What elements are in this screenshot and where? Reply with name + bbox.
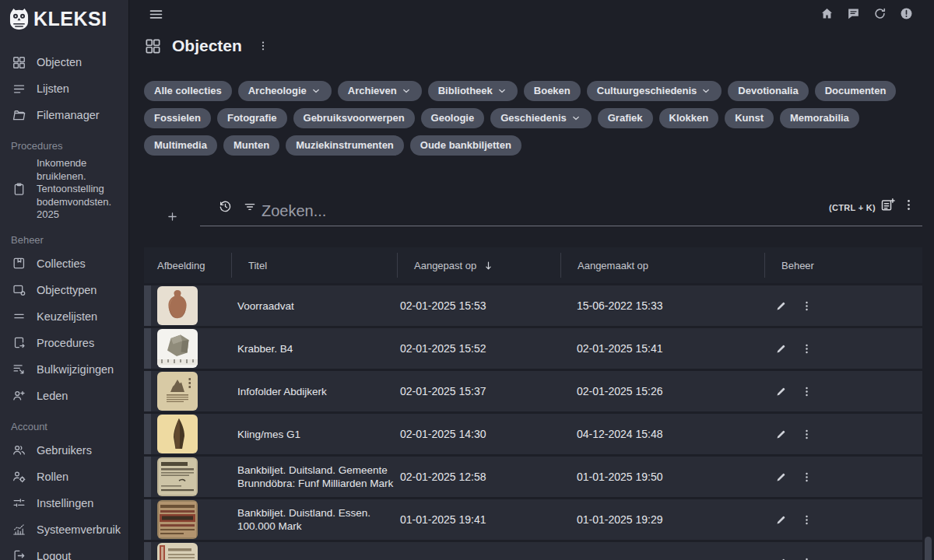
filter-chip-kunst[interactable]: Kunst	[725, 108, 774, 128]
filter-chip-geologie[interactable]: Geologie	[421, 108, 485, 128]
refresh-icon[interactable]	[873, 6, 887, 21]
sidebar-item-filemanager[interactable]: Filemanager	[0, 102, 128, 128]
edit-pencil-icon[interactable]	[774, 556, 788, 560]
edit-pencil-icon[interactable]	[774, 428, 788, 441]
edit-pencil-icon[interactable]	[774, 342, 788, 355]
sidebar-item-leden[interactable]: Leden	[0, 383, 128, 409]
edit-pencil-icon[interactable]	[774, 299, 788, 313]
search-input[interactable]	[260, 199, 696, 222]
sidebar-item-objecten[interactable]: Objecten	[0, 49, 128, 75]
filter-chip-oude-bankbiljetten[interactable]: Oude bankbiljetten	[410, 135, 521, 156]
filter-chip-multimedia[interactable]: Multimedia	[144, 135, 217, 156]
row-title: Infofolder Abdijkerk	[237, 385, 327, 398]
chip-label: Muziekinstrumenten	[296, 139, 394, 152]
cell-aangemaakt-op: 15-06-2022 15:33	[560, 285, 764, 326]
filter-chip-boeken[interactable]: Boeken	[524, 81, 581, 101]
filter-chip-bibliotheek[interactable]: Bibliotheek	[428, 81, 518, 101]
menu-icon[interactable]	[148, 6, 164, 23]
edit-pencil-icon[interactable]	[774, 471, 788, 484]
sidebar-item-collecties[interactable]: Collecties	[0, 250, 128, 277]
edit-pencil-icon[interactable]	[774, 513, 788, 527]
sidebar-item-procedures[interactable]: Procedures	[0, 330, 128, 356]
sidebar-item-keuzelijsten[interactable]: Keuzelijsten	[0, 303, 128, 330]
table-row[interactable]: Krabber. B402-01-2025 15:5202-01-2025 15…	[144, 328, 922, 369]
sidebar-item-inkomende-bruiklenen-tentoonstelling-bod[interactable]: Inkomende bruiklenen. Tentoonstelling bo…	[0, 156, 128, 222]
filter-chip-devotionalia[interactable]: Devotionalia	[728, 81, 808, 101]
search-underline	[200, 226, 922, 226]
note-add-icon[interactable]	[880, 197, 896, 213]
filter-chip-geschiedenis[interactable]: Geschiedenis	[490, 108, 592, 128]
sidebar-item-bulkwijzigingen[interactable]: Bulkwijzigingen	[0, 356, 128, 383]
cell-aangepast-op: 02-01-2025 15:37	[397, 371, 560, 411]
filter-chip-klokken[interactable]: Klokken	[659, 108, 719, 128]
add-icon[interactable]	[166, 210, 179, 223]
row-menu-icon[interactable]	[800, 513, 813, 527]
cell-aangepast-op	[397, 542, 560, 560]
page-menu-icon[interactable]	[257, 40, 269, 52]
filter-chip-archeologie[interactable]: Archeologie	[238, 81, 332, 101]
members-icon	[12, 388, 26, 403]
sliders-icon	[12, 495, 26, 510]
sidebar-item-rollen[interactable]: Rollen	[0, 464, 128, 490]
info-icon[interactable]	[899, 6, 914, 21]
sidebar-item-systeemverbruik[interactable]: Systeemverbruik	[0, 516, 128, 543]
history-icon[interactable]	[218, 199, 233, 214]
row-menu-icon[interactable]	[800, 428, 813, 441]
column-header-beheer[interactable]: Beheer	[764, 247, 922, 283]
folder-icon	[12, 108, 26, 123]
filter-chip-grafiek[interactable]: Grafiek	[598, 108, 653, 128]
table-row[interactable]: Infofolder Abdijkerk02-01-2025 15:3702-0…	[144, 371, 922, 411]
row-menu-icon[interactable]	[800, 556, 813, 560]
filter-chip-memorabilia[interactable]: Memorabilia	[780, 108, 859, 128]
column-header-afbeelding[interactable]: Afbeelding	[144, 247, 231, 283]
sidebar-item-lijsten[interactable]: Lijsten	[0, 75, 128, 102]
table-row[interactable]: Bankbiljet. Duitsland. Gemeente Brunndöb…	[144, 457, 922, 497]
column-header-titel[interactable]: Titel	[231, 247, 397, 283]
sidebar-item-gebruikers[interactable]: Gebruikers	[0, 437, 128, 464]
filter-chip-documenten[interactable]: Documenten	[815, 81, 897, 101]
cell-titel: Kling/mes G1	[231, 414, 397, 454]
table-row[interactable]: Bankbiljet. Duistland. Essen. 100.000 Ma…	[144, 499, 922, 540]
sidebar-item-instellingen[interactable]: Instellingen	[0, 490, 128, 516]
sidebar-item-objecttypen[interactable]: Objecttypen	[0, 277, 128, 303]
chip-label: Klokken	[669, 112, 709, 124]
table-row[interactable]	[144, 542, 922, 560]
cell-afbeelding	[144, 542, 231, 560]
column-header-aangepast-op[interactable]: Aangepast op	[397, 247, 560, 283]
row-modified: 02-01-2025 12:58	[400, 471, 486, 483]
object-thumbnail	[157, 500, 198, 539]
table-header: AfbeeldingTitelAangepast opAangemaakt op…	[144, 247, 922, 283]
filter-chip-archieven[interactable]: Archieven	[338, 81, 422, 101]
search-menu-icon[interactable]	[901, 198, 916, 212]
cell-titel	[231, 542, 397, 560]
chat-icon[interactable]	[846, 6, 861, 21]
column-header-aangemaakt-op[interactable]: Aangemaakt op	[560, 247, 764, 283]
filter-chip-alle-collecties[interactable]: Alle collecties	[144, 81, 232, 101]
scrollbar-thumb[interactable]	[925, 537, 932, 560]
brand-logo[interactable]: KLEKSI	[0, 0, 128, 30]
row-menu-icon[interactable]	[800, 385, 813, 398]
filter-chip-munten[interactable]: Munten	[223, 135, 279, 156]
row-title: Bankbiljet. Duistland. Essen. 100.000 Ma…	[237, 506, 394, 533]
row-menu-icon[interactable]	[800, 342, 813, 355]
table-row[interactable]: Kling/mes G102-01-2025 14:3004-12-2024 1…	[144, 414, 922, 454]
row-menu-icon[interactable]	[800, 299, 813, 313]
chip-label: Archeologie	[248, 85, 307, 97]
filter-chip-cultuurgeschiedenis[interactable]: Cultuurgeschiedenis	[587, 81, 722, 101]
filter-icon[interactable]	[243, 200, 257, 214]
table-row[interactable]: Voorraadvat02-01-2025 15:5315-06-2022 15…	[144, 285, 922, 326]
row-menu-icon[interactable]	[800, 471, 813, 484]
home-icon[interactable]	[820, 6, 834, 21]
sidebar-item-label: Gebruikers	[37, 444, 92, 457]
filter-chip-fossielen[interactable]: Fossielen	[144, 108, 211, 128]
cell-titel: Krabber. B4	[231, 328, 397, 369]
row-created: 02-01-2025 15:41	[577, 342, 663, 355]
filter-chip-fotografie[interactable]: Fotografie	[217, 108, 287, 128]
list-icon	[12, 82, 26, 96]
row-title: Bankbiljet. Duitsland. Gemeente Brunndöb…	[237, 464, 394, 490]
objecttype-icon	[12, 282, 26, 297]
edit-pencil-icon[interactable]	[774, 385, 788, 398]
sidebar-item-logout[interactable]: Logout	[0, 543, 128, 560]
filter-chip-gebruiksvoorwerpen[interactable]: Gebruiksvoorwerpen	[293, 108, 415, 128]
filter-chip-muziekinstrumenten[interactable]: Muziekinstrumenten	[286, 135, 404, 156]
